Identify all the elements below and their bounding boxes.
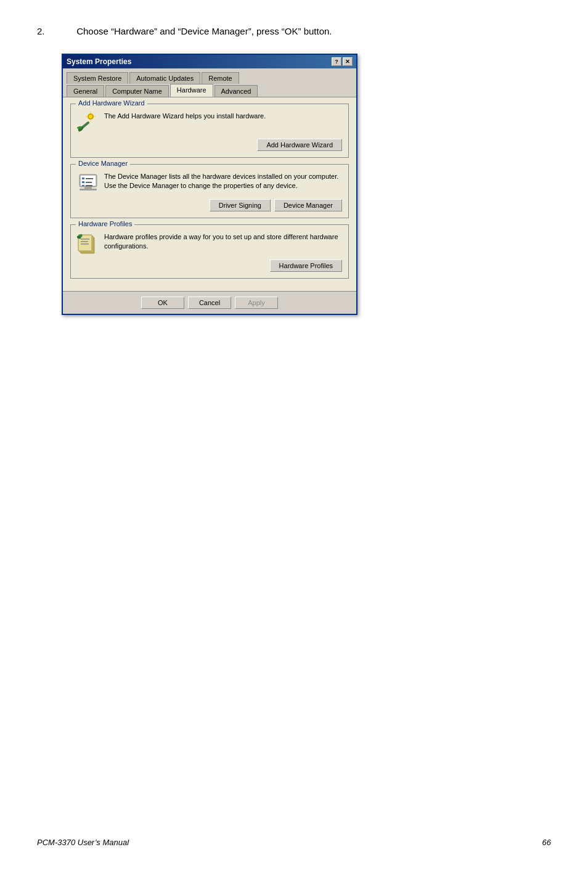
device-manager-btn-row: Driver Signing Device Manager [77, 199, 342, 211]
device-manager-section: Device Manager [70, 164, 349, 218]
step-number: 2. [37, 25, 74, 39]
dialog-footer: OK Cancel Apply [63, 291, 356, 314]
tabs-container: System Restore Automatic Updates Remote … [63, 68, 356, 97]
add-hardware-description: The Add Hardware Wizard helps you instal… [104, 112, 342, 121]
add-hardware-btn-row: Add Hardware Wizard [77, 139, 342, 151]
svg-rect-17 [86, 185, 92, 186]
svg-rect-11 [81, 176, 96, 186]
tab-system-restore[interactable]: System Restore [67, 72, 128, 84]
hardware-profiles-icon [77, 232, 99, 255]
device-manager-button[interactable]: Device Manager [274, 199, 342, 211]
svg-point-3 [89, 115, 92, 118]
svg-rect-24 [81, 241, 88, 242]
svg-rect-18 [84, 187, 92, 189]
add-hardware-icon [77, 112, 99, 134]
add-hardware-wizard-button[interactable]: Add Hardware Wizard [257, 139, 342, 151]
step-instruction: 2. Choose “Hardware” and “Device Manager… [37, 25, 551, 39]
hardware-profiles-body: Hardware profiles provide a way for you … [77, 232, 342, 255]
tab-advanced[interactable]: Advanced [214, 85, 258, 97]
svg-rect-16 [82, 185, 84, 186]
tab-computer-name[interactable]: Computer Name [105, 85, 169, 97]
device-manager-description: The Device Manager lists all the hardwar… [104, 172, 342, 191]
tab-general[interactable]: General [67, 85, 104, 97]
tab-hardware[interactable]: Hardware [170, 84, 213, 97]
svg-rect-12 [82, 178, 84, 179]
tabs-row-1: System Restore Automatic Updates Remote [67, 71, 353, 84]
step-text: Choose “Hardware” and “Device Manager”, … [76, 26, 332, 36]
svg-rect-14 [82, 181, 84, 183]
manual-title: PCM-3370 User’s Manual [37, 838, 129, 847]
page-number: 66 [542, 838, 551, 847]
tabs-row-2: General Computer Name Hardware Advanced [67, 84, 353, 97]
help-button[interactable]: ? [332, 57, 341, 66]
add-hardware-section: Add Hardware Wizard [70, 104, 349, 158]
ok-button[interactable]: OK [141, 297, 184, 309]
hardware-profiles-btn-row: Hardware Profiles [77, 260, 342, 272]
tab-automatic-updates[interactable]: Automatic Updates [129, 72, 200, 84]
device-manager-icon [77, 172, 99, 194]
close-button[interactable]: ✕ [343, 57, 353, 66]
hardware-profiles-description: Hardware profiles provide a way for you … [104, 232, 342, 252]
svg-rect-23 [81, 239, 89, 240]
title-bar-buttons: ? ✕ [332, 57, 353, 66]
dialog-title: System Properties [67, 57, 131, 66]
device-manager-body: The Device Manager lists all the hardwar… [77, 172, 342, 194]
tab-remote[interactable]: Remote [202, 72, 239, 84]
title-bar: System Properties ? ✕ [63, 55, 356, 68]
dialog-content: Add Hardware Wizard [63, 97, 356, 291]
add-hardware-body: The Add Hardware Wizard helps you instal… [77, 112, 342, 134]
apply-button[interactable]: Apply [235, 297, 278, 309]
cancel-button[interactable]: Cancel [188, 297, 231, 309]
page-footer: PCM-3370 User’s Manual 66 [37, 838, 551, 847]
driver-signing-button[interactable]: Driver Signing [210, 199, 271, 211]
svg-rect-15 [86, 182, 92, 183]
hardware-profiles-button[interactable]: Hardware Profiles [270, 260, 342, 272]
add-hardware-label: Add Hardware Wizard [76, 99, 147, 107]
svg-rect-25 [81, 244, 89, 245]
svg-rect-13 [86, 178, 93, 179]
device-manager-label: Device Manager [76, 160, 130, 167]
hardware-profiles-label: Hardware Profiles [76, 220, 134, 227]
hardware-profiles-section: Hardware Profiles [70, 224, 349, 279]
svg-rect-19 [80, 189, 97, 190]
system-properties-dialog: System Properties ? ✕ System Restore Aut… [62, 54, 357, 315]
